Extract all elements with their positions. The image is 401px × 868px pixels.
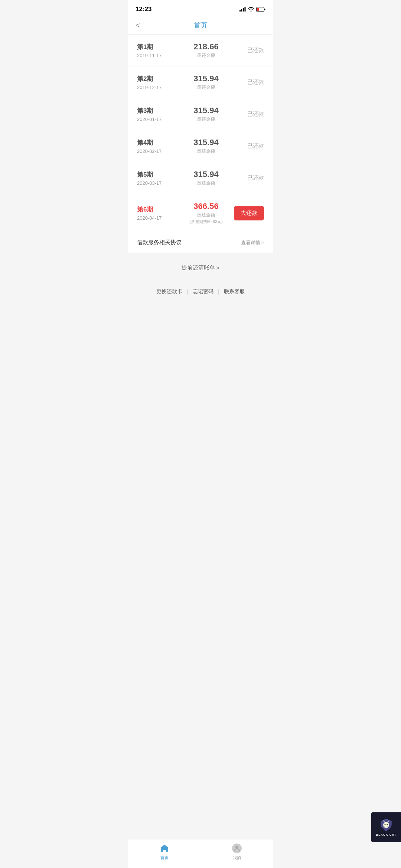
amount-label-4: 应还金额 xyxy=(185,148,227,154)
period-col-2: 第2期2019-12-17 xyxy=(137,75,185,90)
period-label-3: 第3期 xyxy=(137,107,185,115)
amount-col-2: 315.94应还金额 xyxy=(185,74,227,91)
early-repay-chevron: > xyxy=(216,265,220,271)
repayment-row-2: 第2期2019-12-17315.94应还金额已还款 xyxy=(128,66,273,98)
status-time: 12:23 xyxy=(136,6,151,13)
amount-label-5: 应还金额 xyxy=(185,180,227,186)
repayment-row-5: 第5期2020-03-17315.94应还金额已还款 xyxy=(128,162,273,194)
period-col-3: 第3期2020-01-17 xyxy=(137,107,185,122)
repayment-row-3: 第3期2020-01-17315.94应还金额已还款 xyxy=(128,98,273,130)
signal-icon xyxy=(239,7,246,12)
amount-value-5: 315.94 xyxy=(185,170,227,179)
amount-value-6: 366.56 xyxy=(185,202,227,211)
svg-rect-5 xyxy=(264,9,265,10)
amount-col-6: 366.56应还金额(含逾期费50.63元) xyxy=(185,202,227,225)
contact-support-link[interactable]: 联系客服 xyxy=(224,288,245,295)
repayment-row-6[interactable]: 第6期2020-04-17366.56应还金额(含逾期费50.63元)去还款 xyxy=(128,194,273,232)
period-col-4: 第4期2020-02-17 xyxy=(137,138,185,154)
period-label-5: 第5期 xyxy=(137,170,185,179)
divider-2: | xyxy=(218,289,219,295)
status-paid-4: 已还款 xyxy=(247,143,264,149)
amount-label-1: 应还金额 xyxy=(185,52,227,59)
early-repay-section: 提前还清账单 > xyxy=(128,253,273,282)
period-label-4: 第4期 xyxy=(137,138,185,147)
amount-value-2: 315.94 xyxy=(185,74,227,83)
status-paid-5: 已还款 xyxy=(247,174,264,181)
status-col-2: 已还款 xyxy=(227,79,264,86)
svg-rect-6 xyxy=(257,8,259,11)
period-date-4: 2020-02-17 xyxy=(137,148,185,154)
main-content: 第1期2019-11-17218.66应还金额已还款第2期2019-12-173… xyxy=(128,35,273,253)
amount-value-4: 315.94 xyxy=(185,138,227,147)
agreement-link[interactable]: 查看详情 > xyxy=(241,239,264,246)
wifi-icon xyxy=(248,7,254,12)
status-col-3: 已还款 xyxy=(227,111,264,118)
repayment-list: 第1期2019-11-17218.66应还金额已还款第2期2019-12-173… xyxy=(128,35,273,232)
amount-value-1: 218.66 xyxy=(185,42,227,52)
period-col-6: 第6期2020-04-17 xyxy=(137,205,185,221)
amount-col-4: 315.94应还金额 xyxy=(185,138,227,154)
status-col-6: 去还款 xyxy=(227,206,264,220)
period-label-2: 第2期 xyxy=(137,75,185,83)
svg-rect-2 xyxy=(243,8,244,12)
svg-rect-1 xyxy=(241,9,242,12)
page-title: 首页 xyxy=(194,21,207,30)
status-col-4: 已还款 xyxy=(227,143,264,150)
period-date-6: 2020-04-17 xyxy=(137,215,185,221)
status-icons xyxy=(239,7,265,12)
amount-col-5: 315.94应还金额 xyxy=(185,170,227,186)
period-col-1: 第1期2019-11-17 xyxy=(137,43,185,58)
agreement-row[interactable]: 借款服务相关协议 查看详情 > xyxy=(128,232,273,253)
svg-rect-3 xyxy=(245,7,246,12)
period-label-6: 第6期 xyxy=(137,205,185,214)
status-paid-3: 已还款 xyxy=(247,111,264,117)
forgot-password-link[interactable]: 忘记密码 xyxy=(193,288,213,295)
repayment-row-1: 第1期2019-11-17218.66应还金额已还款 xyxy=(128,35,273,66)
status-paid-1: 已还款 xyxy=(247,47,264,53)
period-col-5: 第5期2020-03-17 xyxy=(137,170,185,186)
status-bar: 12:23 xyxy=(128,0,273,16)
period-date-5: 2020-03-17 xyxy=(137,180,185,186)
period-date-1: 2019-11-17 xyxy=(137,53,185,58)
svg-rect-0 xyxy=(239,10,241,12)
nav-bar: < 首页 xyxy=(128,16,273,35)
amount-label-6: 应还金额 xyxy=(185,212,227,218)
amount-note-6: (含逾期费50.63元) xyxy=(185,219,227,225)
amount-label-3: 应还金额 xyxy=(185,116,227,122)
back-button[interactable]: < xyxy=(136,21,140,30)
amount-value-3: 315.94 xyxy=(185,106,227,115)
battery-icon xyxy=(256,7,265,12)
status-col-1: 已还款 xyxy=(227,47,264,54)
period-label-1: 第1期 xyxy=(137,43,185,51)
actions-row: 更换还款卡 | 忘记密码 | 联系客服 xyxy=(128,282,273,306)
repay-button-6[interactable]: 去还款 xyxy=(234,206,264,220)
early-repay-label: 提前还清账单 xyxy=(182,264,215,271)
actions-text: 更换还款卡 | 忘记密码 | 联系客服 xyxy=(137,288,264,295)
period-date-2: 2019-12-17 xyxy=(137,85,185,90)
amount-col-1: 218.66应还金额 xyxy=(185,42,227,59)
period-date-3: 2020-01-17 xyxy=(137,117,185,122)
status-paid-2: 已还款 xyxy=(247,79,264,85)
divider-1: | xyxy=(187,289,188,295)
status-col-5: 已还款 xyxy=(227,174,264,181)
agreement-chevron: > xyxy=(261,240,264,245)
amount-label-2: 应还金额 xyxy=(185,84,227,91)
amount-col-3: 315.94应还金额 xyxy=(185,106,227,122)
early-repay-button[interactable]: 提前还清账单 > xyxy=(182,264,220,271)
agreement-link-text: 查看详情 xyxy=(241,239,260,246)
agreement-label: 借款服务相关协议 xyxy=(137,239,182,246)
repayment-row-4: 第4期2020-02-17315.94应还金额已还款 xyxy=(128,130,273,162)
change-card-link[interactable]: 更换还款卡 xyxy=(156,288,182,295)
